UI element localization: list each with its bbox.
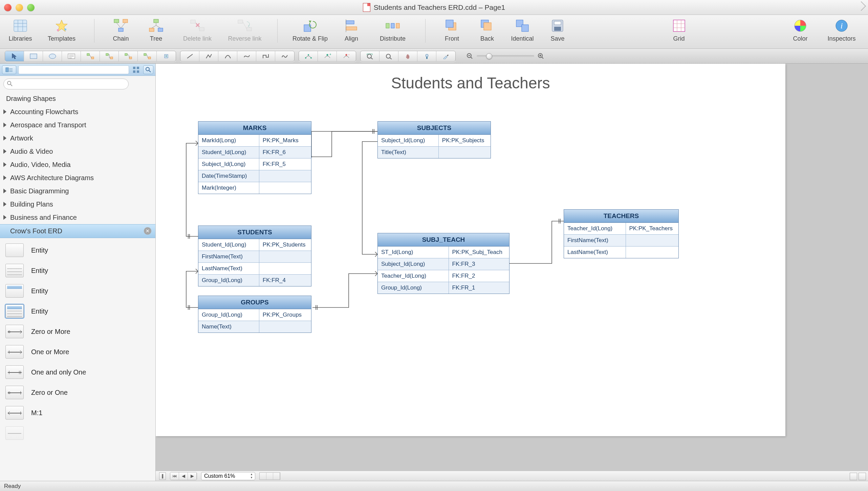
zoom-out-icon[interactable] <box>466 53 473 60</box>
category-drawing-shapes[interactable]: Drawing Shapes <box>0 92 155 105</box>
identical-button[interactable]: Identical <box>508 18 537 42</box>
view-mode-1[interactable] <box>260 473 266 479</box>
category-basic-diagramming[interactable]: Basic Diagramming <box>0 185 155 198</box>
arc-tool[interactable] <box>218 51 237 61</box>
zoom-combo[interactable]: Custom 61% ▲▼ <box>201 472 255 480</box>
palette-zero-or-more[interactable]: Zero or More <box>0 321 155 342</box>
reverse-link-button[interactable]: Reverse link <box>224 18 265 42</box>
prev-page-button[interactable]: ◀ <box>179 472 188 480</box>
palette-more[interactable] <box>0 423 155 443</box>
eyedropper-tool[interactable] <box>436 51 455 61</box>
shape-toolbar: + + - <box>0 49 868 64</box>
edit-points-tool[interactable] <box>299 51 318 61</box>
back-button[interactable]: Back <box>473 18 501 42</box>
view-mode-3[interactable] <box>273 473 280 479</box>
palette-one-and-only-one[interactable]: One and only One <box>0 362 155 382</box>
delete-point-tool[interactable]: - <box>337 51 356 61</box>
entity-teachers[interactable]: TEACHERS Teacher_Id(Long)PK:PK_Teachers … <box>564 209 679 258</box>
lasso-tool[interactable] <box>417 51 436 61</box>
category-audio-video[interactable]: Audio & Video <box>0 145 155 158</box>
grid-button[interactable]: Grid <box>665 18 693 42</box>
curve-tool[interactable] <box>237 51 256 61</box>
rotate-flip-button[interactable]: Rotate & Flip <box>290 18 330 42</box>
sidebar-grid-view-button[interactable] <box>131 65 141 74</box>
category-accounting[interactable]: Accounting Flowcharts <box>0 105 155 119</box>
category-crows-foot-erd[interactable]: Crow's Foot ERD ✕ <box>0 224 155 238</box>
category-aerospace[interactable]: Aerospace and Transport <box>0 119 155 132</box>
entity-subj-teach[interactable]: SUBJ_TEACH ST_Id(Long)PK:PK_Subj_Teach S… <box>377 233 509 294</box>
connector-tool-4[interactable] <box>138 51 157 61</box>
palette-one-or-more[interactable]: One or More <box>0 342 155 362</box>
orthogonal-tool[interactable] <box>256 51 275 61</box>
corner-button-2[interactable] <box>859 473 866 480</box>
zoom-in-icon[interactable] <box>538 53 544 60</box>
libraries-button[interactable]: Libraries <box>6 18 35 42</box>
tree-button[interactable]: Tree <box>142 18 170 42</box>
svg-rect-25 <box>396 23 399 28</box>
text-box-tool[interactable] <box>62 51 81 61</box>
category-building-plans[interactable]: Building Plans <box>0 198 155 211</box>
svg-rect-11 <box>149 28 154 31</box>
sidebar-panel-toggle[interactable] <box>2 65 16 74</box>
freehand-tool[interactable] <box>275 51 294 61</box>
zoom-track[interactable] <box>477 55 534 57</box>
svg-text:i: i <box>841 21 843 30</box>
zoom-step-down[interactable]: ▼ <box>249 476 254 479</box>
delete-link-button[interactable]: Delete link <box>177 18 218 42</box>
add-point-tool[interactable]: + <box>318 51 337 61</box>
category-business-finance[interactable]: Business and Finance <box>0 211 155 224</box>
chain-button[interactable]: Chain <box>107 18 135 42</box>
zoom-fit-tool[interactable] <box>361 51 379 61</box>
ellipse-tool[interactable] <box>43 51 62 61</box>
sidebar-filter-input[interactable] <box>18 65 129 74</box>
zoom-step-up[interactable]: ▲ <box>249 473 254 476</box>
inspectors-button[interactable]: i Inspectors <box>821 18 862 42</box>
front-button[interactable]: Front <box>438 18 466 42</box>
zoom-thumb[interactable] <box>486 53 492 59</box>
category-audio-video-media[interactable]: Audio, Video, Media <box>0 158 155 171</box>
sidebar-search-button[interactable] <box>143 65 153 74</box>
palette-m-1[interactable]: M:1 <box>0 403 155 423</box>
templates-button[interactable]: Templates <box>41 18 82 42</box>
palette-entity-1[interactable]: Entity <box>0 240 155 260</box>
category-aws[interactable]: AWS Architecture Diagrams <box>0 171 155 185</box>
line-tool[interactable] <box>180 51 199 61</box>
close-library-button[interactable]: ✕ <box>144 227 151 235</box>
pointer-tool[interactable] <box>5 51 24 61</box>
distribute-button[interactable]: Distribute <box>372 18 413 42</box>
corner-button-1[interactable] <box>850 473 857 480</box>
palette-entity-2[interactable]: Entity <box>0 260 155 281</box>
entity-subjects[interactable]: SUBJECTS Subject_Id(Long)PK:PK_Subjects … <box>377 121 491 158</box>
connector-tool-1[interactable] <box>81 51 100 61</box>
add-node-tool[interactable]: + <box>157 51 176 61</box>
palette-entity-4[interactable]: Entity <box>0 301 155 321</box>
rect-tool[interactable] <box>24 51 43 61</box>
vertical-split-handle[interactable]: ‖ <box>159 472 166 480</box>
palette-zero-or-one[interactable]: Zero or One <box>0 382 155 403</box>
line-tools <box>180 51 295 62</box>
palette-entity-3[interactable]: Entity <box>0 281 155 301</box>
align-button[interactable]: Align <box>337 18 366 42</box>
view-mode-2[interactable] <box>266 473 273 479</box>
pan-tool[interactable] <box>398 51 417 61</box>
zoom-tool[interactable] <box>379 51 398 61</box>
svg-rect-7 <box>114 19 119 23</box>
sidebar-header <box>0 64 155 76</box>
svg-line-80 <box>542 57 543 59</box>
entity-groups[interactable]: GROUPS Group_Id(Long)PK:PK_Groups Name(T… <box>198 296 311 333</box>
polyline-tool[interactable] <box>199 51 218 61</box>
entity-students[interactable]: STUDENTS Student_Id(Long)PK:PK_Students … <box>198 226 311 286</box>
svg-rect-31 <box>522 25 528 31</box>
canvas[interactable]: Students and Teachers <box>156 64 868 481</box>
next-page-button[interactable]: ▶ <box>188 472 197 480</box>
connector-tool-3[interactable] <box>119 51 138 61</box>
save-button[interactable]: Save <box>543 18 572 42</box>
search-input[interactable] <box>3 79 129 89</box>
category-artwork[interactable]: Artwork <box>0 132 155 145</box>
connector-tool-2[interactable] <box>100 51 119 61</box>
entity-marks[interactable]: MARKS MarkId(Long)PK:PK_Marks Student_Id… <box>198 121 311 194</box>
color-button[interactable]: Color <box>786 18 815 42</box>
first-page-button[interactable]: ⏮ <box>170 472 179 480</box>
page-navigator: ⏮ ◀ ▶ <box>170 472 197 480</box>
titlebar: Students and Teachers ERD.cdd – Page1 <box>0 0 868 15</box>
